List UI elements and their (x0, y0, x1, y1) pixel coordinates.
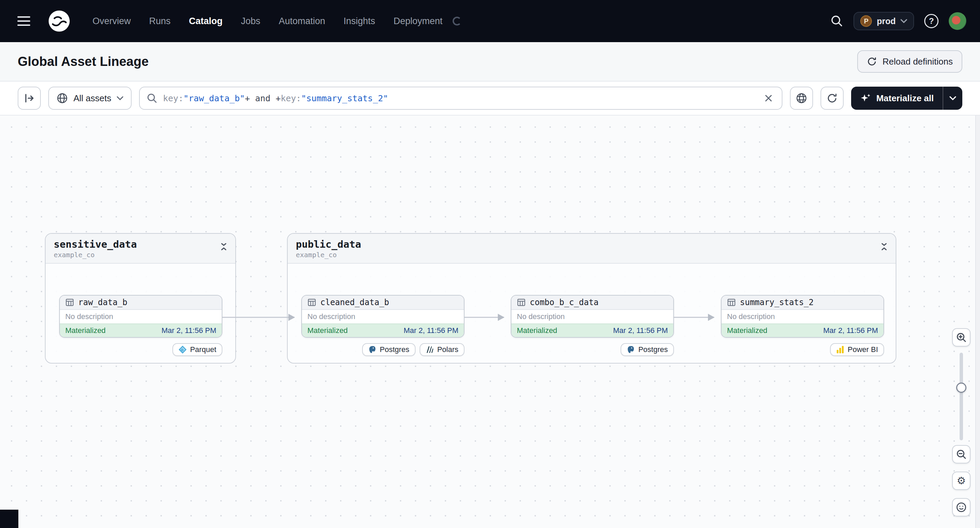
lineage-canvas[interactable]: sensitive_data example_co raw_data_b No … (0, 116, 980, 528)
refresh-icon (826, 92, 838, 104)
zoom-slider-track[interactable] (959, 353, 963, 440)
badge-polars: Polars (420, 343, 465, 356)
status-badge: Materialized (517, 326, 557, 335)
open-panel-icon (24, 93, 35, 104)
asset-node-summary_stats_2[interactable]: summary_stats_2 No description Materiali… (721, 295, 884, 338)
zoom-in-icon (956, 332, 967, 343)
materialization-timestamp[interactable]: Mar 2, 11:56 PM (613, 326, 668, 335)
search-icon (146, 93, 158, 104)
nav-item-catalog[interactable]: Catalog (189, 16, 223, 27)
asset-node-header: cleaned_data_b (302, 296, 464, 310)
lineage-toolbar: All assets key:"raw_data_b"+ and +key:"s… (0, 82, 980, 116)
group-header: sensitive_data example_co (46, 234, 235, 264)
asset-status-row: Materialized Mar 2, 11:56 PM (60, 323, 222, 337)
top-navigation-bar: Overview Runs Catalog Jobs Automation In… (0, 0, 980, 42)
badge-postgres: Postgres (362, 343, 415, 356)
table-icon (65, 298, 74, 307)
materialization-timestamp[interactable]: Mar 2, 11:56 PM (823, 326, 878, 335)
dagster-logo-icon (48, 10, 71, 33)
help-button[interactable]: ? (924, 14, 939, 28)
refresh-button[interactable] (821, 87, 844, 110)
asset-description: No description (722, 310, 883, 323)
asset-status-row: Materialized Mar 2, 11:56 PM (302, 323, 464, 337)
query-token-value: "raw_data_b" (183, 94, 245, 103)
user-avatar[interactable] (949, 12, 966, 30)
search-icon (830, 14, 843, 27)
zoom-slider[interactable] (952, 353, 970, 440)
asset-name: raw_data_b (78, 298, 127, 307)
asset-node-raw_data_b[interactable]: raw_data_b No description Materialized M… (59, 295, 223, 338)
materialize-all-split-button: Materialize all (851, 87, 963, 110)
clear-search-button[interactable] (762, 92, 775, 105)
group-title: sensitive_data (54, 238, 227, 250)
nav-item-overview[interactable]: Overview (92, 16, 131, 27)
nav-item-runs[interactable]: Runs (149, 16, 171, 27)
badge-parquet: Parquet (172, 343, 223, 356)
asset-scope-label: All assets (73, 93, 111, 104)
graph-view-options-button[interactable] (790, 87, 813, 110)
toggle-sidebar-button[interactable] (18, 87, 41, 110)
asset-node-header: raw_data_b (60, 296, 222, 310)
asset-group-public_data: public_data example_co cleaned_data_b No… (287, 233, 896, 363)
materialization-timestamp[interactable]: Mar 2, 11:56 PM (404, 326, 458, 335)
nav-item-deployment[interactable]: Deployment (393, 16, 442, 27)
badge-postgres: Postgres (620, 343, 674, 356)
deployment-switcher[interactable]: P prod (853, 12, 914, 30)
menu-icon[interactable] (14, 11, 34, 31)
asset-selection-query[interactable]: key:"raw_data_b"+ and +key:"summary_stat… (163, 94, 757, 103)
nav-item-insights[interactable]: Insights (344, 16, 375, 27)
status-badge: Materialized (727, 326, 767, 335)
materialization-timestamp[interactable]: Mar 2, 11:56 PM (162, 326, 216, 335)
deployment-name: prod (877, 16, 896, 26)
asset-badges: Postgres Polars (301, 343, 465, 356)
reload-definitions-label: Reload definitions (882, 56, 953, 67)
zoom-in-button[interactable] (952, 328, 970, 347)
asset-status-row: Materialized Mar 2, 11:56 PM (511, 323, 673, 337)
chevron-down-icon (117, 96, 123, 100)
reload-definitions-button[interactable]: Reload definitions (857, 50, 963, 73)
group-subtitle: example_co (54, 251, 227, 259)
asset-scope-dropdown[interactable]: All assets (48, 87, 132, 110)
asset-node-combo_b_c_data[interactable]: combo_b_c_data No description Materializ… (511, 295, 674, 338)
nav-item-automation[interactable]: Automation (279, 16, 325, 27)
gear-icon: ⚙ (957, 476, 966, 486)
graph-settings-button[interactable]: ⚙ (952, 472, 970, 490)
feedback-button[interactable] (952, 498, 970, 517)
badge-label: Parquet (190, 345, 216, 354)
asset-description: No description (302, 310, 464, 323)
table-icon (517, 298, 526, 307)
search-button[interactable] (830, 14, 843, 27)
asset-name: cleaned_data_b (320, 298, 389, 307)
asset-node-cleaned_data_b[interactable]: cleaned_data_b No description Materializ… (301, 295, 465, 338)
table-icon (307, 298, 316, 307)
materialize-all-button[interactable]: Materialize all (851, 87, 943, 110)
nav-links: Overview Runs Catalog Jobs Automation In… (92, 16, 461, 27)
zoom-slider-handle[interactable] (956, 382, 966, 393)
query-token-value: "summary_stats_2" (301, 94, 388, 103)
collapse-group-button[interactable] (220, 243, 228, 251)
badge-label: Power BI (848, 345, 878, 354)
dagster-logo[interactable] (48, 10, 71, 33)
group-title: public_data (296, 238, 888, 250)
query-token-key: key: (280, 94, 301, 103)
nav-item-jobs[interactable]: Jobs (241, 16, 261, 27)
nav-right-controls: P prod ? (830, 12, 966, 30)
smiley-face-icon (956, 502, 967, 513)
query-token-key: key: (163, 94, 183, 103)
collapse-group-button[interactable] (880, 243, 888, 251)
postgres-icon (368, 346, 376, 354)
vertical-scrollbar[interactable] (975, 116, 980, 528)
query-token-operator: + and + (245, 94, 280, 103)
asset-badges: Power BI (721, 343, 884, 356)
status-badge: Materialized (307, 326, 348, 335)
globe-icon (56, 92, 68, 104)
badge-label: Polars (437, 345, 458, 354)
badge-label: Postgres (380, 345, 409, 354)
asset-search-input[interactable]: key:"raw_data_b"+ and +key:"summary_stat… (139, 87, 783, 110)
table-icon (727, 298, 736, 307)
page-title: Global Asset Lineage (18, 54, 149, 69)
zoom-out-button[interactable] (952, 445, 970, 463)
zoom-out-icon (956, 449, 967, 460)
status-badge: Materialized (65, 326, 106, 335)
materialize-options-button[interactable] (943, 87, 963, 110)
